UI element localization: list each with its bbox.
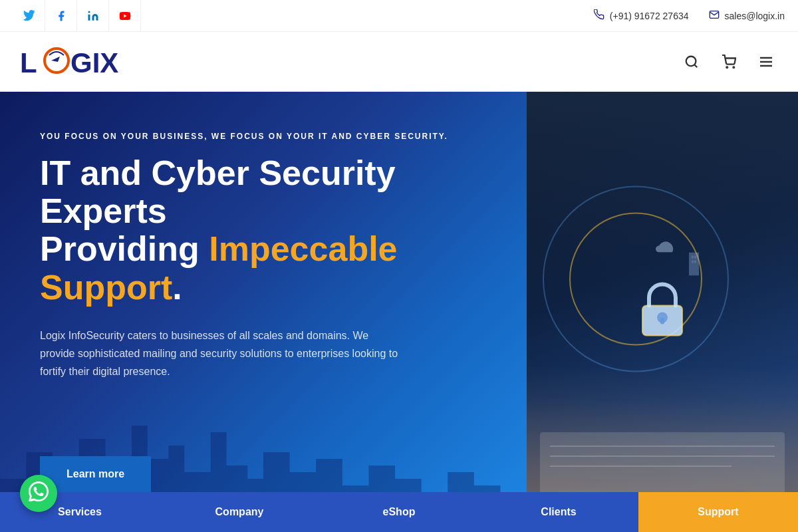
hero-left-panel: YOU FOCUS ON YOUR BUSINESS, WE FOCUS ON … [0,92,527,532]
svg-point-7 [733,66,734,68]
svg-rect-14 [689,253,699,276]
whatsapp-button[interactable] [20,475,57,512]
search-button[interactable] [680,50,704,74]
logo-svg: L GIX [20,43,160,80]
email-address: sales@logix.in [725,11,785,21]
email-contact[interactable]: sales@logix.in [709,9,785,23]
youtube-link[interactable] [109,0,141,32]
hero-highlight: ImpeccableSupport [40,229,398,306]
phone-contact[interactable]: (+91) 91672 27634 [594,9,689,23]
lock-icon [636,279,689,339]
cart-button[interactable] [717,50,741,74]
contact-info: (+91) 91672 27634 sales@logix.in [594,9,785,23]
svg-rect-16 [694,256,696,259]
nav-company[interactable]: Company [160,492,319,532]
nav-support[interactable]: Support [638,492,798,532]
whatsapp-icon [29,481,49,506]
menu-button[interactable] [754,50,778,74]
cloud-icon-1 [656,239,676,255]
svg-text:GIX: GIX [70,47,118,78]
linkedin-link[interactable] [77,0,109,32]
facebook-link[interactable] [45,0,77,32]
svg-point-4 [686,56,696,66]
svg-rect-15 [692,256,694,259]
svg-rect-17 [692,261,694,263]
email-icon [709,9,720,23]
hero-right-panel [527,92,798,532]
hero-description: Logix InfoSecurity caters to businesses … [40,327,406,381]
phone-icon [594,9,604,23]
header-actions [680,50,778,74]
building-icon [686,253,702,279]
lock-container [636,279,689,339]
svg-rect-13 [660,318,664,325]
svg-point-6 [726,66,728,68]
hero-section: YOU FOCUS ON YOUR BUSINESS, WE FOCUS ON … [0,92,798,532]
bottom-navigation: Services Company eShop Clients Support [0,492,798,532]
svg-text:L: L [20,47,37,78]
topbar: (+91) 91672 27634 sales@logix.in [0,0,798,32]
logo[interactable]: L GIX [20,43,160,80]
nav-clients[interactable]: Clients [479,492,638,532]
svg-rect-18 [694,261,696,263]
nav-eshop[interactable]: eShop [319,492,479,532]
social-links [13,0,141,32]
hero-title: IT and Cyber SecurityExpertsProviding Im… [40,154,487,307]
notebook-line-3 [550,466,732,467]
svg-line-5 [694,65,697,67]
learn-more-button[interactable]: Learn more [40,456,151,492]
notebook-line-1 [550,446,775,447]
cyber-visual [636,279,689,339]
site-header: L GIX [0,32,798,92]
hero-tagline: YOU FOCUS ON YOUR BUSINESS, WE FOCUS ON … [40,132,487,141]
hero-title-line1: IT and Cyber SecurityExpertsProviding Im… [40,154,398,307]
notebook-line-2 [550,456,775,457]
phone-number: (+91) 91672 27634 [610,11,689,21]
hero-image [527,92,798,532]
twitter-link[interactable] [13,0,45,32]
